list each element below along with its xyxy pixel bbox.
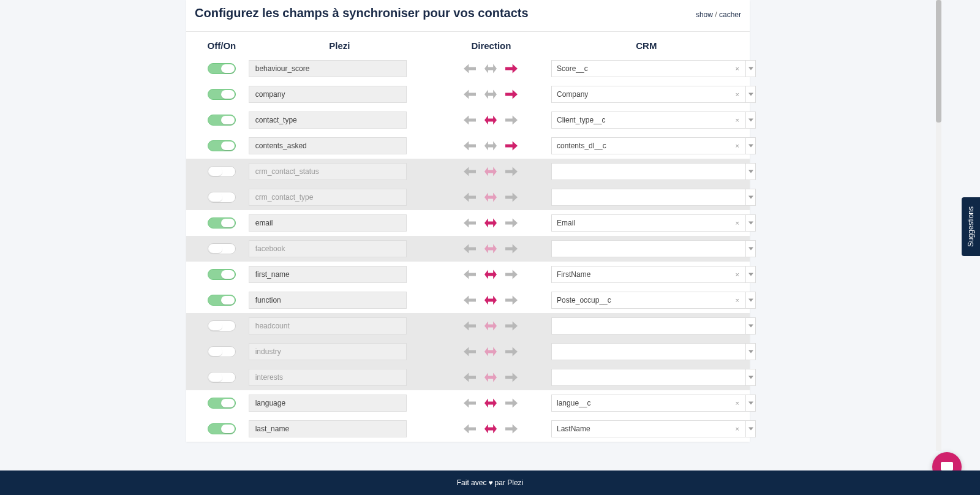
direction-right-icon[interactable] (504, 423, 519, 435)
crm-select[interactable] (551, 189, 746, 206)
toggle-switch[interactable] (208, 295, 236, 306)
clear-icon[interactable]: × (734, 219, 741, 227)
chevron-down-icon[interactable] (746, 343, 756, 360)
toggle-switch[interactable] (208, 346, 236, 357)
direction-left-icon[interactable] (462, 371, 477, 384)
chevron-down-icon[interactable] (746, 60, 756, 77)
crm-select[interactable] (551, 369, 746, 386)
direction-both-icon[interactable] (483, 165, 498, 178)
crm-select[interactable]: Score__c× (551, 60, 746, 77)
plezi-field[interactable]: company (249, 86, 407, 103)
clear-icon[interactable]: × (734, 91, 741, 98)
direction-both-icon[interactable] (483, 294, 498, 306)
crm-select[interactable]: langue__c× (551, 395, 746, 412)
crm-select[interactable] (551, 240, 746, 257)
chevron-down-icon[interactable] (746, 163, 756, 180)
plezi-field[interactable]: contents_asked (249, 137, 407, 154)
direction-both-icon[interactable] (483, 346, 498, 358)
clear-icon[interactable]: × (734, 116, 741, 124)
plezi-field[interactable]: headcount (249, 317, 407, 334)
direction-right-icon[interactable] (504, 371, 519, 384)
toggle-switch[interactable] (208, 192, 236, 203)
direction-right-icon[interactable] (504, 88, 519, 100)
toggle-switch[interactable] (208, 320, 236, 331)
chevron-down-icon[interactable] (746, 317, 756, 334)
direction-left-icon[interactable] (462, 191, 477, 203)
crm-select[interactable]: contents_dl__c× (551, 137, 746, 154)
clear-icon[interactable]: × (734, 142, 741, 149)
direction-left-icon[interactable] (462, 165, 477, 178)
chevron-down-icon[interactable] (746, 137, 756, 154)
plezi-field[interactable]: language (249, 395, 407, 412)
direction-both-icon[interactable] (483, 62, 498, 75)
chevron-down-icon[interactable] (746, 395, 756, 412)
direction-both-icon[interactable] (483, 397, 498, 409)
chevron-down-icon[interactable] (746, 292, 756, 309)
toggle-switch[interactable] (208, 217, 236, 229)
chevron-down-icon[interactable] (746, 189, 756, 206)
crm-select[interactable] (551, 163, 746, 180)
crm-select[interactable]: Poste_occup__c× (551, 292, 746, 309)
toggle-switch[interactable] (208, 166, 236, 177)
direction-left-icon[interactable] (462, 140, 477, 152)
direction-left-icon[interactable] (462, 346, 477, 358)
toggle-switch[interactable] (208, 372, 236, 383)
direction-right-icon[interactable] (504, 346, 519, 358)
direction-both-icon[interactable] (483, 114, 498, 126)
direction-both-icon[interactable] (483, 140, 498, 152)
toggle-switch[interactable] (208, 398, 236, 409)
direction-both-icon[interactable] (483, 243, 498, 255)
chevron-down-icon[interactable] (746, 369, 756, 386)
direction-right-icon[interactable] (504, 140, 519, 152)
direction-right-icon[interactable] (504, 114, 519, 126)
crm-select[interactable]: LastName× (551, 420, 746, 437)
clear-icon[interactable]: × (734, 271, 741, 278)
suggestions-tab[interactable]: Suggestions (962, 197, 980, 256)
direction-left-icon[interactable] (462, 243, 477, 255)
show-link[interactable]: show (696, 10, 713, 19)
plezi-field[interactable]: function (249, 292, 407, 309)
direction-right-icon[interactable] (504, 191, 519, 203)
plezi-field[interactable]: email (249, 214, 407, 232)
direction-left-icon[interactable] (462, 320, 477, 332)
direction-left-icon[interactable] (462, 423, 477, 435)
scrollbar-track[interactable] (936, 0, 941, 451)
toggle-switch[interactable] (208, 269, 236, 280)
toggle-switch[interactable] (208, 89, 236, 100)
direction-left-icon[interactable] (462, 217, 477, 229)
direction-left-icon[interactable] (462, 114, 477, 126)
direction-left-icon[interactable] (462, 88, 477, 100)
chevron-down-icon[interactable] (746, 111, 756, 129)
direction-right-icon[interactable] (504, 62, 519, 75)
direction-right-icon[interactable] (504, 217, 519, 229)
direction-left-icon[interactable] (462, 268, 477, 281)
chevron-down-icon[interactable] (746, 420, 756, 437)
plezi-field[interactable]: crm_contact_status (249, 163, 407, 180)
direction-left-icon[interactable] (462, 294, 477, 306)
direction-right-icon[interactable] (504, 165, 519, 178)
direction-left-icon[interactable] (462, 62, 477, 75)
direction-both-icon[interactable] (483, 423, 498, 435)
toggle-switch[interactable] (208, 423, 236, 434)
scrollbar-thumb[interactable] (936, 0, 941, 123)
direction-right-icon[interactable] (504, 397, 519, 409)
clear-icon[interactable]: × (734, 425, 741, 433)
clear-icon[interactable]: × (734, 65, 741, 72)
plezi-field[interactable]: behaviour_score (249, 60, 407, 77)
plezi-field[interactable]: industry (249, 343, 407, 360)
direction-left-icon[interactable] (462, 397, 477, 409)
crm-select[interactable] (551, 343, 746, 360)
plezi-field[interactable]: crm_contact_type (249, 189, 407, 206)
plezi-field[interactable]: last_name (249, 420, 407, 437)
direction-both-icon[interactable] (483, 88, 498, 100)
direction-right-icon[interactable] (504, 243, 519, 255)
chevron-down-icon[interactable] (746, 240, 756, 257)
direction-both-icon[interactable] (483, 268, 498, 281)
chevron-down-icon[interactable] (746, 266, 756, 283)
toggle-switch[interactable] (208, 115, 236, 126)
toggle-switch[interactable] (208, 243, 236, 254)
toggle-switch[interactable] (208, 63, 236, 74)
plezi-field[interactable]: facebook (249, 240, 407, 257)
hide-link[interactable]: cacher (719, 10, 741, 19)
clear-icon[interactable]: × (734, 399, 741, 407)
